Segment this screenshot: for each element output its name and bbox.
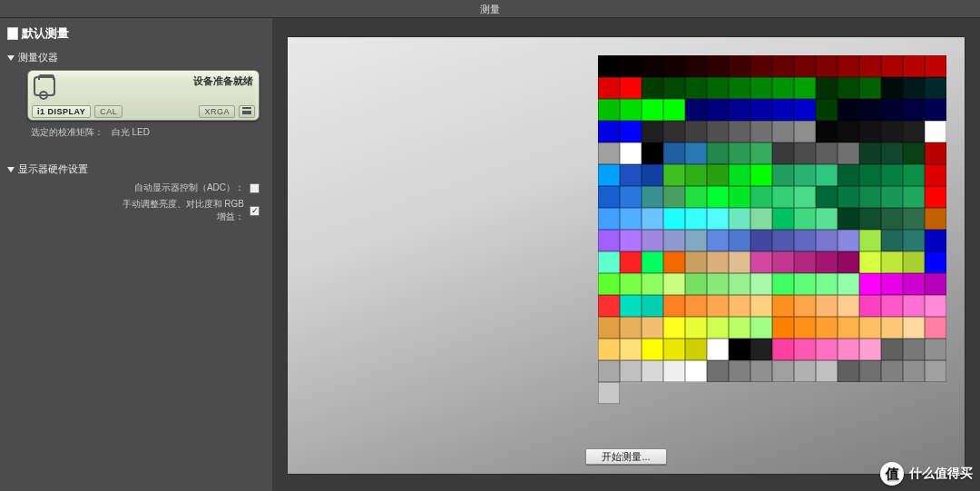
- color-patch: [881, 55, 903, 77]
- color-patch: [859, 360, 881, 382]
- document-icon: [7, 27, 18, 40]
- color-patch: [598, 164, 620, 186]
- color-patch: [642, 142, 663, 164]
- color-patch: [707, 186, 729, 208]
- section-header-instrument[interactable]: 测量仪器: [7, 51, 265, 64]
- adc-checkbox[interactable]: [250, 183, 260, 193]
- color-patch: [881, 121, 903, 142]
- color-patch: [838, 55, 859, 77]
- manual-label: 手动调整亮度、对比度和 RGB 增益：: [117, 198, 244, 223]
- color-patch: [729, 55, 750, 77]
- colorimeter-icon: [34, 76, 55, 96]
- color-patch: [881, 251, 903, 273]
- color-patch: [642, 360, 663, 382]
- color-patch: [772, 164, 794, 186]
- color-patch: [663, 230, 685, 251]
- color-patch: [729, 360, 750, 382]
- color-patch: [685, 164, 707, 186]
- color-patch: [620, 339, 642, 360]
- color-patch: [903, 360, 925, 382]
- color-patch: [729, 121, 750, 142]
- device-tab-i1display[interactable]: i1 DISPLAY: [32, 105, 91, 118]
- color-patch: [685, 230, 707, 251]
- color-patch: [859, 273, 881, 295]
- color-patch: [772, 273, 794, 295]
- color-patch: [663, 295, 685, 317]
- color-patch: [794, 142, 816, 164]
- main-area: 开始测量...: [272, 18, 980, 491]
- color-patch: [859, 55, 881, 77]
- color-patch: [685, 186, 707, 208]
- color-patch: [816, 55, 838, 77]
- color-patch: [598, 142, 620, 164]
- color-patch: [750, 55, 772, 77]
- color-patch: [729, 186, 750, 208]
- color-patch: [925, 55, 946, 77]
- color-patch: [663, 186, 685, 208]
- menu-icon: [242, 107, 251, 114]
- color-patch: [816, 273, 838, 295]
- color-patch: [925, 208, 946, 230]
- color-patch: [620, 251, 642, 273]
- color-patch: [663, 77, 685, 99]
- device-tab-cal[interactable]: CAL: [94, 105, 122, 118]
- color-patch: [772, 186, 794, 208]
- color-patch: [729, 295, 750, 317]
- color-patch: [859, 164, 881, 186]
- color-patch: [663, 251, 685, 273]
- color-patch: [620, 99, 642, 121]
- color-patch: [729, 164, 750, 186]
- color-patch: [794, 273, 816, 295]
- color-patch: [707, 55, 729, 77]
- color-patch: [859, 208, 881, 230]
- color-patch: [642, 208, 663, 230]
- color-patch: [816, 186, 838, 208]
- color-patch: [750, 186, 772, 208]
- color-patch: [816, 121, 838, 142]
- start-measurement-button[interactable]: 开始测量...: [585, 448, 667, 465]
- color-patch: [903, 339, 925, 360]
- color-patch: [794, 339, 816, 360]
- adc-row: 自动显示器控制（ADC）：: [7, 182, 260, 194]
- workarea: 默认测量 测量仪器 设备准备就绪 i1 DISPLAY CAL XRGA: [0, 18, 980, 491]
- color-patch: [642, 251, 663, 273]
- color-patch: [663, 142, 685, 164]
- color-patch: [750, 317, 772, 339]
- color-patch: [729, 317, 750, 339]
- color-patch: [642, 186, 663, 208]
- color-patch: [663, 273, 685, 295]
- color-patch: [772, 360, 794, 382]
- color-patch: [750, 121, 772, 142]
- color-patch: [598, 186, 620, 208]
- color-patch: [729, 99, 750, 121]
- color-patch: [729, 339, 750, 360]
- device-status-text: 设备准备就绪: [193, 74, 253, 88]
- device-menu-button[interactable]: [239, 105, 255, 118]
- color-patch: [772, 55, 794, 77]
- color-patch: [598, 295, 620, 317]
- color-patch: [729, 142, 750, 164]
- color-patch: [772, 121, 794, 142]
- color-patch: [772, 208, 794, 230]
- color-patch: [903, 230, 925, 251]
- section-header-monitor[interactable]: 显示器硬件设置: [7, 162, 265, 176]
- color-patch: [903, 99, 925, 121]
- manual-checkbox[interactable]: [250, 206, 260, 216]
- color-patch: [685, 251, 707, 273]
- color-patch: [707, 317, 729, 339]
- color-patch: [772, 99, 794, 121]
- color-patch: [838, 186, 859, 208]
- color-patch: [859, 317, 881, 339]
- color-patch: [685, 317, 707, 339]
- panel-title: 默认测量: [7, 25, 265, 42]
- color-patch: [598, 77, 620, 99]
- color-patch: [925, 295, 946, 317]
- color-patch-grid: [598, 55, 946, 382]
- color-patch: [663, 339, 685, 360]
- color-patch: [707, 360, 729, 382]
- color-patch: [816, 317, 838, 339]
- color-patch: [881, 77, 903, 99]
- device-tab-xrga[interactable]: XRGA: [199, 105, 235, 118]
- extra-patch-row: [598, 382, 620, 404]
- color-patch: [642, 121, 663, 142]
